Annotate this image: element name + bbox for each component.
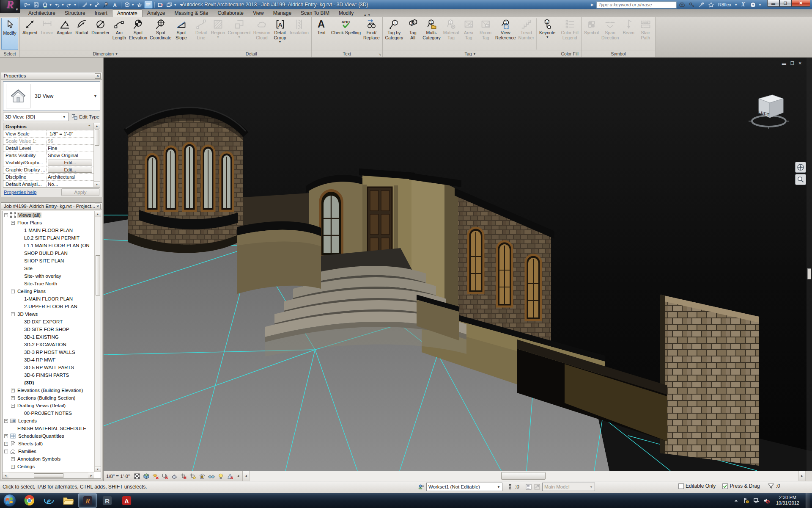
check-spelling-button[interactable]: ABCCheck Spelling <box>330 18 362 50</box>
qat-switch-windows-caret-icon[interactable]: ▼ <box>174 3 177 6</box>
editing-requests-icon[interactable] <box>507 483 513 490</box>
scrollbar-thumb[interactable] <box>95 130 99 146</box>
search-input[interactable] <box>597 2 676 8</box>
help-icon[interactable]: ? <box>749 1 757 8</box>
tree-item[interactable]: 3D-4 RP MWF <box>3 356 94 364</box>
collapse-icon[interactable]: − <box>4 450 8 453</box>
press-drag-checkbox[interactable]: Press & Drag <box>722 483 760 489</box>
qat-sync-with-central-caret-icon[interactable]: ▼ <box>49 3 52 6</box>
steering-wheel-icon[interactable] <box>795 162 806 173</box>
qat-measure-caret-icon[interactable]: ▼ <box>89 3 92 6</box>
tree-item-label[interactable]: 3D-3 RP HOST WALLS <box>23 350 76 355</box>
tree-item-label[interactable]: Ceilings <box>16 464 36 469</box>
tree-item-label[interactable]: Drafting Views (Detail) <box>16 403 66 408</box>
tab-view[interactable]: View <box>248 9 269 17</box>
scroll-down-icon[interactable]: ▼ <box>95 466 101 472</box>
collapse-icon[interactable]: − <box>11 312 15 316</box>
tree-item-label[interactable]: 3D-2 EXCAVATION <box>23 342 67 347</box>
tree-item-label[interactable]: Sheets (all) <box>17 441 44 446</box>
multi-category-button[interactable]: 1Multi-Category <box>421 18 442 50</box>
tree-item[interactable]: L1.1 MAIN FLOOR PLAN (ON <box>3 242 94 249</box>
communication-center-icon[interactable] <box>697 1 706 8</box>
autodesk-exchange-icon[interactable]: X <box>739 1 747 8</box>
tree-item[interactable]: 3D-1 EXISTING <box>3 333 94 341</box>
property-value[interactable]: Show Original <box>48 153 78 158</box>
show-desktop-button[interactable] <box>806 493 810 508</box>
worksets-icon[interactable] <box>418 483 425 490</box>
tree-item[interactable]: −Floor Plans <box>3 219 94 226</box>
tree-item-label[interactable]: {3D} <box>23 380 35 385</box>
tab-massing-site[interactable]: Massing & Site <box>170 9 213 17</box>
expand-icon[interactable]: + <box>11 396 15 400</box>
qat-switch-windows-icon[interactable] <box>165 1 174 8</box>
taskbar-revit-button[interactable]: R <box>78 493 97 508</box>
collapse-icon[interactable]: − <box>4 419 8 423</box>
3d-view-scene[interactable] <box>104 58 812 471</box>
tree-item[interactable]: Site-True North <box>3 280 94 287</box>
property-value[interactable]: No... <box>48 182 58 187</box>
qat-open-icon[interactable] <box>23 1 31 8</box>
zoom-icon[interactable] <box>795 174 806 185</box>
spot-slope-button[interactable]: SpotSlope <box>173 18 189 50</box>
tab-analyze[interactable]: Analyze <box>143 9 170 17</box>
tree-item-label[interactable]: SHOP BUILD PLAN <box>23 251 69 256</box>
diameter-button[interactable]: Diameter <box>90 18 111 50</box>
qat-undo-icon[interactable] <box>53 1 61 8</box>
text-button[interactable]: AText <box>313 18 330 50</box>
tree-item[interactable]: −Drafting Views (Detail) <box>3 402 94 409</box>
minimize-button[interactable]: ▬ <box>767 0 779 7</box>
qat-measure-icon[interactable] <box>81 1 89 8</box>
editable-only-checkbox[interactable]: Editable Only <box>678 483 716 489</box>
filter-icon[interactable] <box>768 483 774 489</box>
scroll-right-icon[interactable]: ► <box>798 471 805 481</box>
scroll-down-icon[interactable]: ▼ <box>94 181 100 187</box>
properties-help-link[interactable]: Properties help <box>4 190 36 195</box>
show-hidden-icons-icon[interactable] <box>733 497 739 504</box>
show-crop-region-off-icon[interactable] <box>189 472 197 480</box>
qat-sync-with-central-icon[interactable] <box>41 1 49 8</box>
keynote-button[interactable]: 1Keynote▼ <box>536 18 557 50</box>
tree-item[interactable]: 3D-5 RP WALL PARTS <box>3 364 94 371</box>
view-scale-button[interactable]: 1/8" = 1'-0" <box>106 474 130 479</box>
tab-collaborate[interactable]: Collaborate <box>213 9 248 17</box>
network-icon[interactable] <box>753 497 760 504</box>
expand-icon[interactable]: + <box>4 434 8 438</box>
view-reference-button[interactable]: 1ViewReference <box>494 18 517 50</box>
tree-item[interactable]: 00-PROJECT NOTES <box>3 409 94 417</box>
browser-vertical-scrollbar[interactable]: ▲ ▼ <box>94 211 101 472</box>
collapse-icon[interactable]: − <box>11 404 15 408</box>
scroll-left-icon[interactable]: ◄ <box>243 471 250 481</box>
property-value[interactable]: 1/8" = 1'-0" <box>48 131 92 137</box>
find-replace-button[interactable]: Find/Replace <box>362 18 381 50</box>
canvas-horizontal-scrollbar[interactable]: ◄ ► <box>242 471 812 481</box>
application-menu-button[interactable]: R ▼ <box>0 0 20 13</box>
tree-item-label[interactable]: 1-MAIN FLOOR PLAN <box>23 296 74 301</box>
property-value[interactable]: Architectural <box>48 174 75 179</box>
tree-item-label[interactable]: 3D DXF EXPORT <box>23 319 63 324</box>
tree-item[interactable]: 3D DXF EXPORT <box>3 318 94 326</box>
tree-item[interactable]: 1-MAIN FLOOR PLAN <box>3 295 94 303</box>
property-value[interactable]: Fine <box>48 146 57 151</box>
aligned-button[interactable]: Aligned <box>21 18 38 50</box>
collapse-icon[interactable]: − <box>11 290 15 293</box>
expand-icon[interactable]: + <box>4 442 8 446</box>
qat-close-hidden-windows-icon[interactable] <box>156 1 165 8</box>
tree-item[interactable]: +Elevations (Building Elevation) <box>3 387 94 394</box>
start-button[interactable] <box>0 493 19 508</box>
3d-view-canvas[interactable]: ▬ ❐ ✕ LEFT <box>104 58 812 471</box>
view-control-bar-collapse-icon[interactable]: ◄ <box>236 474 240 478</box>
scroll-right-icon[interactable]: ► <box>88 472 94 478</box>
tree-item-label[interactable]: Sections (Building Section) <box>16 395 76 400</box>
shadows-off-icon[interactable] <box>161 472 169 480</box>
tree-item[interactable]: L0.2 SITE PLAN PERMIT <box>3 234 94 242</box>
tree-item-label[interactable]: SHOP SITE PLAN <box>23 258 65 263</box>
property-value[interactable]: Edit... <box>48 160 92 166</box>
qat-tag-by-category-icon[interactable]: 1 <box>102 1 110 8</box>
tree-item[interactable]: −Ceiling Plans <box>3 287 94 295</box>
scrollbar-thumb[interactable] <box>96 255 100 295</box>
tree-item[interactable]: +Annotation Symbols <box>3 455 94 463</box>
ribbon-collapse-button[interactable]: ▲▼ <box>362 13 372 17</box>
close-icon[interactable]: ✕ <box>95 73 101 79</box>
worksharing-display-off-icon[interactable] <box>226 472 234 480</box>
instance-selector[interactable]: 3D View: {3D} ▼ <box>3 113 69 121</box>
